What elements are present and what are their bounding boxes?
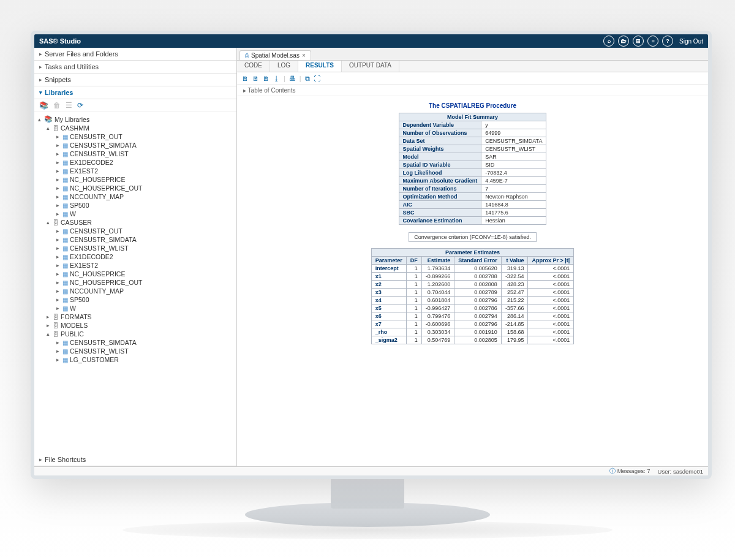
acc-libraries[interactable]: ▾Libraries [34, 86, 236, 99]
dataset-item[interactable]: ▸▦CENSUSTR_SIMDATA [34, 338, 236, 347]
dataset-item[interactable]: ▸▦EX1EST2 [34, 167, 236, 175]
acc-server-files[interactable]: ▸Server Files and Folders [34, 48, 236, 61]
help-icon[interactable]: ? [662, 36, 673, 47]
est-cell: 319.13 [501, 265, 528, 273]
dataset-item[interactable]: ▸▦CENSUSTR_WLIST [34, 244, 236, 252]
fit-row-value: SAR [481, 153, 546, 161]
fit-row-value: CENSUSTR_WLIST [481, 145, 546, 153]
fullscreen-icon[interactable]: ⛶ [314, 75, 320, 82]
dataset-item[interactable]: ▸▦NC_HOUSEPRICE_OUT [34, 184, 236, 192]
dataset-item[interactable]: ▸▦NC_HOUSEPRICE [34, 175, 236, 184]
est-cell: x3 [371, 289, 406, 297]
fit-row-value: SID [481, 161, 546, 169]
est-header: Parameter [371, 257, 406, 265]
open-icon[interactable]: 🗁 [618, 36, 629, 47]
est-cell: <.0001 [528, 297, 574, 305]
fit-row-value: 7 [481, 185, 546, 193]
export-pdf-icon[interactable]: 🗎 [252, 75, 259, 82]
dataset-item[interactable]: ▸▦NCCOUNTY_MAP [34, 287, 236, 295]
est-cell: _rho [371, 328, 406, 336]
dataset-item[interactable]: ▸▦SP500 [34, 295, 236, 304]
dataset-item[interactable]: ▸▦CENSUSTR_WLIST [34, 149, 236, 158]
est-cell: -0.899266 [421, 273, 454, 281]
est-cell: 0.002796 [454, 320, 502, 328]
fit-row-label: Number of Iterations [399, 185, 481, 193]
search-icon[interactable]: ⌕ [603, 36, 614, 47]
table-of-contents[interactable]: ▸ Table of Contents [237, 85, 708, 96]
tab-spatial-model[interactable]: ⎙ Spatial Model.sas × [239, 50, 311, 60]
est-cell: 1 [406, 305, 421, 312]
new-window-icon[interactable]: ⧉ [305, 75, 310, 83]
est-cell: x2 [371, 281, 406, 289]
dataset-item[interactable]: ▸▦EX1EST2 [34, 261, 236, 270]
acc-snippets[interactable]: ▸Snippets [34, 74, 236, 86]
close-icon[interactable]: × [302, 52, 306, 59]
est-cell: x4 [371, 297, 406, 305]
lib-models[interactable]: ▸🗄MODELS [34, 321, 236, 330]
signout-link[interactable]: Sign Out [679, 38, 703, 45]
messages-icon[interactable]: ⓘ [609, 467, 616, 474]
est-cell: 0.001910 [454, 328, 502, 336]
convergence-note: Convergence criterion (FCONV=1E-8) satis… [409, 232, 536, 242]
est-header: DF [406, 257, 421, 265]
menu-icon[interactable]: ≡ [647, 36, 658, 47]
apps-icon[interactable]: ⊞ [633, 36, 644, 47]
dataset-item[interactable]: ▸▦SP500 [34, 201, 236, 210]
dataset-item[interactable]: ▸▦NC_HOUSEPRICE [34, 270, 236, 278]
lib-formats[interactable]: ▸🗄FORMATS [34, 312, 236, 321]
acc-file-shortcuts[interactable]: ▸File Shortcuts [34, 453, 236, 466]
fit-row-label: Model [399, 153, 481, 161]
tab-log[interactable]: LOG [270, 61, 298, 72]
est-header: Estimate [421, 257, 454, 265]
dataset-item[interactable]: ▸▦CENSUSTR_OUT [34, 227, 236, 235]
est-cell: 0.005620 [454, 265, 502, 273]
dataset-item[interactable]: ▸▦EX1DECODE2 [34, 158, 236, 167]
est-cell: 1 [406, 320, 421, 328]
dataset-item[interactable]: ▸▦CENSUSTR_SIMDATA [34, 141, 236, 149]
library-tree[interactable]: ▴📚My Libraries▴🗄CASHMM▸▦CENSUSTR_OUT▸▦CE… [34, 112, 236, 366]
tab-output-data[interactable]: OUTPUT DATA [342, 61, 399, 72]
fit-row-label: Optimization Method [399, 193, 481, 201]
dataset-item[interactable]: ▸▦CENSUSTR_WLIST [34, 347, 236, 355]
tab-results[interactable]: RESULTS [298, 61, 342, 72]
dataset-item[interactable]: ▸▦W [34, 210, 236, 218]
est-cell: <.0001 [528, 305, 574, 312]
delete-icon[interactable]: 🗑 [53, 101, 61, 110]
est-cell: <.0001 [528, 273, 574, 281]
lib-casuser[interactable]: ▴🗄CASUSER [34, 218, 236, 227]
est-cell: 1 [406, 281, 421, 289]
dataset-item[interactable]: ▸▦NCCOUNTY_MAP [34, 192, 236, 201]
tree-root[interactable]: ▴📚My Libraries [34, 115, 236, 124]
fit-row-value: 4.459E-7 [481, 177, 546, 185]
fit-row-value: y [481, 121, 546, 129]
dataset-item[interactable]: ▸▦LG_CUSTOMER [34, 355, 236, 364]
est-cell: 1 [406, 336, 421, 344]
est-cell: -322.54 [501, 273, 528, 281]
dataset-item[interactable]: ▸▦EX1DECODE2 [34, 252, 236, 261]
messages-count[interactable]: Messages: 7 [617, 467, 650, 474]
lib-public[interactable]: ▴🗄PUBLIC [34, 330, 236, 338]
lib-cashmm[interactable]: ▴🗄CASHMM [34, 124, 236, 132]
export-rtf-icon[interactable]: 🗎 [263, 75, 270, 82]
print-icon[interactable]: 🖶 [289, 75, 296, 82]
export-html-icon[interactable]: 🗎 [242, 75, 249, 82]
app-header: SAS® Studio ⌕ 🗁 ⊞ ≡ ? Sign Out [34, 34, 708, 48]
properties-icon[interactable]: ☰ [66, 101, 72, 110]
tab-code[interactable]: CODE [237, 61, 270, 72]
est-cell: -357.66 [501, 305, 528, 312]
dataset-item[interactable]: ▸▦W [34, 304, 236, 312]
fit-row-value: 141684.8 [481, 201, 546, 209]
sas-file-icon: ⎙ [245, 52, 249, 59]
new-lib-icon[interactable]: 📚 [39, 101, 48, 110]
est-header: Standard Error [454, 257, 502, 265]
est-cell: Intercept [371, 265, 406, 273]
est-cell: 0.303034 [421, 328, 454, 336]
est-cell: <.0001 [528, 289, 574, 297]
dataset-item[interactable]: ▸▦NC_HOUSEPRICE_OUT [34, 278, 236, 287]
fit-row-label: AIC [399, 201, 481, 209]
dataset-item[interactable]: ▸▦CENSUSTR_OUT [34, 132, 236, 141]
refresh-icon[interactable]: ⟳ [77, 101, 83, 110]
download-icon[interactable]: ⭳ [273, 75, 280, 82]
dataset-item[interactable]: ▸▦CENSUSTR_SIMDATA [34, 235, 236, 244]
acc-tasks[interactable]: ▸Tasks and Utilities [34, 61, 236, 74]
